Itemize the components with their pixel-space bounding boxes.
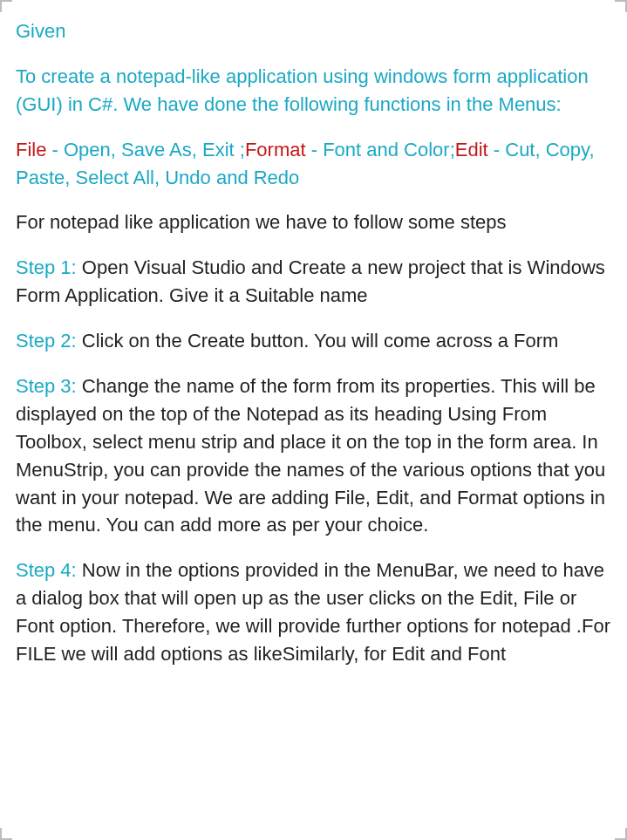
crop-corner-top-right (615, 0, 627, 12)
step-3: Step 3: Change the name of the form from… (16, 372, 611, 539)
step-3-label: Step 3: (16, 375, 77, 397)
crop-corner-bottom-left (0, 828, 12, 840)
step-2-label: Step 2: (16, 330, 77, 352)
step-2-text: Click on the Create button. You will com… (77, 330, 559, 352)
intro-paragraph: To create a notepad-like application usi… (16, 63, 611, 119)
format-label: Format (245, 139, 306, 160)
menus-paragraph: File - Open, Save As, Exit ;Format - Fon… (16, 136, 611, 192)
step-4-label: Step 4: (16, 559, 77, 581)
step-4-text: Now in the options provided in the MenuB… (16, 559, 610, 665)
step-4: Step 4: Now in the options provided in t… (16, 557, 611, 668)
step-1-text: Open Visual Studio and Create a new proj… (16, 256, 605, 306)
file-label: File (16, 139, 46, 160)
step-1-label: Step 1: (16, 256, 77, 278)
format-items: - Font and Color; (306, 139, 455, 160)
crop-corner-top-left (0, 0, 12, 12)
follow-paragraph: For notepad like application we have to … (16, 208, 611, 236)
heading-given: Given (16, 17, 611, 45)
step-2: Step 2: Click on the Create button. You … (16, 327, 611, 355)
file-items: - Open, Save As, Exit ; (46, 139, 244, 160)
step-3-text: Change the name of the form from its pro… (16, 375, 605, 536)
edit-label: Edit (455, 139, 488, 160)
step-1: Step 1: Open Visual Studio and Create a … (16, 254, 611, 310)
crop-corner-bottom-right (615, 828, 627, 840)
